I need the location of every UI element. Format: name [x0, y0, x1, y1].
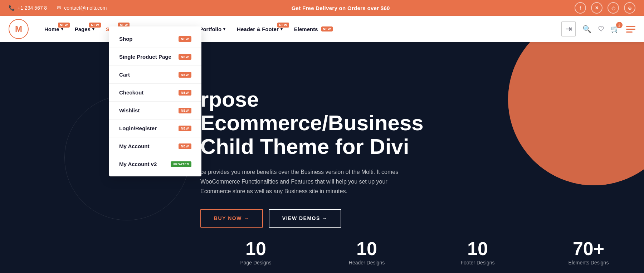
nav-hf-label: Header & Footer: [237, 26, 279, 32]
email-contact[interactable]: ✉ contact@molti.com: [57, 5, 107, 11]
stats-bar: 10 Page Designs 10 Header Designs 10 Foo…: [200, 231, 644, 273]
instagram-icon[interactable]: ◎: [608, 2, 619, 14]
social-links: f ✕ ◎ ⊕: [575, 2, 635, 14]
wishlist-icon[interactable]: ♡: [598, 25, 604, 33]
stat-page-label: Page Designs: [240, 260, 271, 265]
hamburger-line-1: [626, 26, 635, 27]
top-bar-left: 📞 +1 234 567 8 ✉ contact@molti.com: [9, 5, 107, 11]
phone-icon: 📞: [9, 5, 15, 11]
stat-header-designs: 10 Header Designs: [311, 231, 422, 273]
dropdown-checkout-label: Checkout: [119, 89, 143, 96]
dropdown-checkout-badge: NEW: [179, 90, 192, 96]
dropdown-wishlist-badge: NEW: [179, 108, 192, 113]
dropdown-single-product-label: Single Product Page: [119, 54, 171, 60]
facebook-icon[interactable]: f: [575, 2, 586, 14]
stat-header-number: 10: [311, 238, 422, 259]
phone-number: +1 234 567 8: [18, 5, 47, 11]
nav-item-header-footer[interactable]: Header & Footer ▾ NEW: [232, 23, 288, 35]
nav-actions: ⇥ 🔍 ♡ 🛒 2: [561, 21, 635, 36]
dropdown-item-shop[interactable]: Shop NEW: [109, 30, 201, 48]
stat-footer-label: Footer Designs: [461, 260, 495, 265]
promo-message: Get Free Delivery on Orders over $60: [292, 5, 390, 11]
nav-item-wrapper-pages: Pages ▾ NEW: [70, 23, 99, 35]
top-bar: 📞 +1 234 567 8 ✉ contact@molti.com Get F…: [0, 0, 644, 16]
hero-description: ce provides you more benefits over the B…: [200, 167, 415, 196]
nav-item-elements[interactable]: Elements NEW: [289, 23, 338, 35]
nav-item-pages[interactable]: Pages ▾ NEW: [70, 23, 99, 35]
dropdown-shop-badge: NEW: [179, 36, 192, 42]
dropdown-item-login-register[interactable]: Login/Register NEW: [109, 120, 201, 137]
stat-header-label: Header Designs: [349, 260, 385, 265]
dropdown-login-register-label: Login/Register: [119, 125, 157, 131]
hero-title: rpose Ecommerce/Business Child Theme for…: [200, 88, 479, 159]
dropdown-single-product-badge: NEW: [179, 54, 192, 60]
hero-title-line2: Child Theme for Divi: [200, 135, 409, 159]
hero-circle-decoration: [508, 42, 644, 185]
dribbble-icon[interactable]: ⊕: [624, 2, 635, 14]
cart-icon[interactable]: 🛒 2: [611, 25, 620, 33]
dropdown-my-account-v2-badge: UPDATED: [171, 161, 191, 167]
email-icon: ✉: [57, 5, 61, 11]
stat-elements-label: Elements Designs: [569, 260, 609, 265]
shop-dropdown: Shop NEW Single Product Page NEW Cart NE…: [109, 26, 201, 176]
login-icon[interactable]: ⇥: [561, 21, 576, 36]
hamburger-menu[interactable]: [626, 26, 635, 33]
nav-elements-label: Elements: [294, 26, 318, 32]
dropdown-item-checkout[interactable]: Checkout NEW: [109, 84, 201, 102]
nav-pages-label: Pages: [75, 26, 91, 32]
search-icon[interactable]: 🔍: [582, 25, 591, 33]
stat-footer-number: 10: [422, 238, 533, 259]
cart-count: 2: [616, 22, 623, 28]
phone-contact[interactable]: 📞 +1 234 567 8: [9, 5, 47, 11]
view-demos-button[interactable]: VIEW DEMOS →: [269, 209, 341, 228]
dropdown-cart-label: Cart: [119, 72, 130, 78]
dropdown-wishlist-label: Wishlist: [119, 107, 140, 113]
dropdown-item-my-account-v2[interactable]: My Account v2 UPDATED: [109, 155, 201, 173]
hero-buttons: BUY NOW → VIEW DEMOS →: [200, 209, 479, 228]
nav-item-wrapper-home: Home ▾ NEW: [39, 23, 68, 35]
nav-home-label: Home: [44, 26, 59, 32]
email-address: contact@molti.com: [64, 5, 107, 11]
stat-page-designs: 10 Page Designs: [200, 231, 311, 273]
twitter-x-icon[interactable]: ✕: [591, 2, 602, 14]
nav-item-wrapper-elements: Elements NEW: [289, 23, 338, 35]
dropdown-shop-label: Shop: [119, 36, 133, 42]
stat-footer-designs: 10 Footer Designs: [422, 231, 533, 273]
nav-portfolio-label: Portfolio: [199, 26, 221, 32]
nav-pages-badge: NEW: [89, 23, 101, 28]
dropdown-my-account-badge: NEW: [179, 143, 192, 149]
main-nav: M Home ▾ NEW Pages ▾ NEW: [0, 16, 644, 42]
nav-home-badge: NEW: [58, 23, 70, 28]
hamburger-line-3: [626, 31, 633, 33]
hero-title-line1: rpose Ecommerce/Business: [200, 87, 424, 135]
hamburger-line-2: [626, 29, 635, 30]
dropdown-item-wishlist[interactable]: Wishlist NEW: [109, 102, 201, 120]
stat-elements-number: 70+: [533, 238, 644, 259]
nav-item-wrapper-hf: Header & Footer ▾ NEW: [232, 23, 288, 35]
nav-hf-badge: NEW: [277, 23, 289, 28]
site-logo[interactable]: M: [9, 19, 29, 39]
dropdown-cart-badge: NEW: [179, 72, 192, 78]
buy-now-button[interactable]: BUY NOW →: [200, 209, 263, 228]
hero-content: rpose Ecommerce/Business Child Theme for…: [200, 88, 479, 228]
dropdown-my-account-label: My Account: [119, 143, 149, 149]
dropdown-item-cart[interactable]: Cart NEW: [109, 66, 201, 84]
hero-section: rpose Ecommerce/Business Child Theme for…: [0, 42, 644, 273]
nav-portfolio-chevron: ▾: [223, 27, 225, 31]
dropdown-login-register-badge: NEW: [179, 126, 192, 131]
nav-elements-badge: NEW: [321, 26, 333, 31]
logo-letter: M: [15, 24, 22, 34]
nav-item-home[interactable]: Home ▾ NEW: [39, 23, 68, 35]
stat-page-number: 10: [200, 238, 311, 259]
dropdown-item-single-product[interactable]: Single Product Page NEW: [109, 48, 201, 66]
dropdown-my-account-v2-label: My Account v2: [119, 161, 157, 167]
stat-elements-designs: 70+ Elements Designs: [533, 231, 644, 273]
dropdown-item-my-account[interactable]: My Account NEW: [109, 137, 201, 155]
